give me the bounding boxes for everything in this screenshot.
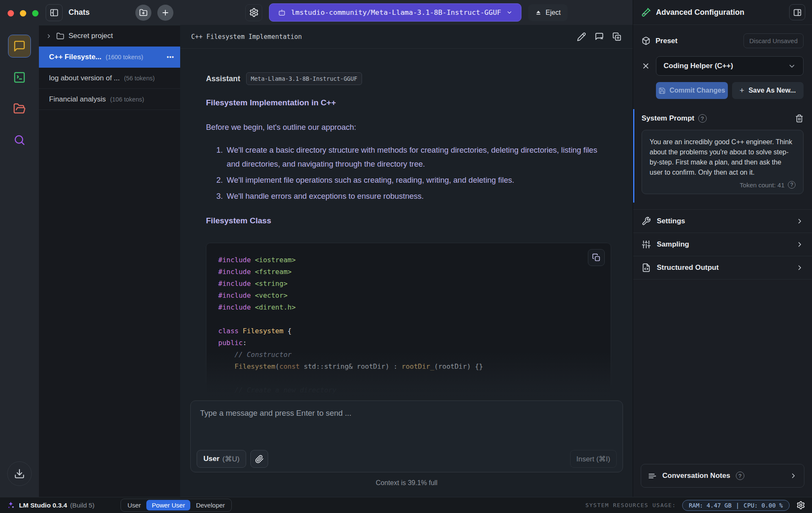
- help-icon[interactable]: ?: [736, 472, 744, 480]
- duplicate-conversation-icon[interactable]: [612, 32, 622, 41]
- save-as-new-button[interactable]: + Save As New...: [732, 82, 804, 99]
- discard-unsaved-button[interactable]: Discard Unsaved: [743, 33, 804, 48]
- eject-icon: [535, 9, 542, 16]
- nav-chat-button[interactable]: [8, 35, 30, 57]
- resource-usage-pill[interactable]: RAM: 4.47 GB | CPU: 0.00 %: [682, 500, 790, 511]
- mode-power-user[interactable]: Power User: [146, 500, 190, 510]
- loaded-model-selector[interactable]: lmstudio-community/Meta-Llama-3.1-8B-Ins…: [269, 3, 521, 22]
- message-list-item: We'll handle errors and exceptions to en…: [225, 189, 611, 203]
- user-mode-switcher: UserPower UserDeveloper: [121, 499, 231, 512]
- section-sampling[interactable]: Sampling: [633, 233, 812, 256]
- preset-label: Preset: [656, 37, 738, 45]
- message-list-item: We'll implement file operations such as …: [225, 173, 611, 187]
- code-line: // Constructor: [218, 349, 599, 361]
- system-prompt-editor[interactable]: You are an incredibly good C++ engineer.…: [642, 130, 804, 194]
- chevron-down-icon: [788, 62, 796, 70]
- new-folder-button[interactable]: [135, 5, 151, 21]
- sliders-icon: [642, 240, 651, 249]
- chat-folder-secret-project[interactable]: Secret project: [39, 25, 180, 47]
- close-window-button[interactable]: [8, 10, 14, 16]
- paperclip-icon: [255, 455, 264, 464]
- chat-list-item[interactable]: Financial analysis(106 tokens): [39, 89, 180, 110]
- chevron-right-icon: [796, 264, 804, 272]
- nav-discover-button[interactable]: [8, 129, 30, 151]
- chat-list-item[interactable]: C++ Filesyste...(1600 tokens)•••: [39, 47, 180, 68]
- conversation-notes-button[interactable]: Conversation Notes ?: [641, 464, 804, 488]
- code-line: public:: [218, 337, 599, 349]
- collapse-panel-button[interactable]: [789, 4, 805, 20]
- save-as-new-label: Save As New...: [749, 87, 796, 94]
- chat-item-menu-button[interactable]: •••: [167, 54, 174, 60]
- gear-icon: [249, 8, 259, 17]
- assistant-message: Filesystem Implementation in C++ Before …: [206, 98, 611, 401]
- message-scroll-area[interactable]: Assistant Meta-Llama-3.1-8B-Instruct-GGU…: [180, 49, 633, 401]
- chat-area: lmstudio-community/Meta-Llama-3.1-8B-Ins…: [180, 0, 633, 497]
- model-settings-button[interactable]: [245, 4, 262, 21]
- message-input[interactable]: [194, 403, 619, 450]
- commit-changes-button[interactable]: Commit Changes: [656, 82, 728, 99]
- nav-developer-button[interactable]: [8, 66, 30, 88]
- zoom-window-button[interactable]: [32, 10, 38, 16]
- role-selector-button[interactable]: User (⌘U): [197, 450, 246, 468]
- assistant-role-label: Assistant: [206, 74, 240, 83]
- panel-right-icon: [793, 8, 802, 17]
- package-icon: [642, 36, 650, 45]
- section-structured-output[interactable]: Structured Output: [633, 256, 812, 280]
- folder-plus-icon: [139, 8, 148, 17]
- clear-conversation-icon[interactable]: [595, 32, 604, 41]
- edit-title-icon[interactable]: [577, 32, 586, 41]
- robot-icon: [278, 8, 286, 16]
- ram-usage: RAM: 4.47 GB: [689, 502, 732, 509]
- mode-developer[interactable]: Developer: [190, 500, 230, 510]
- chat-item-token-count: (56 tokens): [124, 75, 155, 82]
- minimize-window-button[interactable]: [20, 10, 26, 16]
- chevron-right-icon: [796, 241, 804, 248]
- settings-gear-icon[interactable]: [796, 501, 805, 510]
- folder-open-icon: [13, 102, 26, 115]
- section-settings[interactable]: Settings: [633, 210, 812, 233]
- eject-label: Eject: [546, 9, 561, 16]
- folder-name: Secret project: [69, 32, 113, 40]
- code-line: #include <vector>: [218, 290, 599, 302]
- message-intro: Before we begin, let's outline our appro…: [206, 120, 611, 134]
- chat-item-title: Financial analysis: [49, 95, 106, 104]
- mode-user[interactable]: User: [122, 500, 146, 510]
- chat-list-item[interactable]: log about version of ...(56 tokens): [39, 68, 180, 89]
- status-bar: LM Studio 0.3.4 (Build 5) UserPower User…: [0, 497, 812, 513]
- sidebar-toggle-button[interactable]: [46, 4, 63, 21]
- system-resources-label: SYSTEM RESOURCES USAGE:: [585, 502, 676, 508]
- panel-title: Advanced Configuration: [656, 8, 784, 17]
- conversation-header: C++ Filesystem Implementation: [180, 25, 633, 49]
- eject-model-button[interactable]: Eject: [528, 4, 568, 21]
- system-prompt-label: System Prompt: [642, 114, 694, 123]
- token-count: Token count: 41: [740, 181, 785, 189]
- chat-item-title: log about version of ...: [49, 74, 120, 82]
- new-chat-button[interactable]: [157, 5, 173, 21]
- advanced-configuration-panel: Advanced Configuration Preset Discard Un…: [633, 0, 812, 497]
- attach-file-button[interactable]: [250, 450, 268, 468]
- chat-list: Secret project C++ Filesyste...(1600 tok…: [39, 25, 180, 110]
- downloads-button[interactable]: [7, 461, 32, 486]
- app-build: (Build 5): [70, 502, 95, 509]
- help-icon[interactable]: ?: [698, 114, 707, 123]
- preset-section: Preset Discard Unsaved Coding Helper (C+…: [633, 25, 812, 109]
- notes-lines-icon: [648, 472, 657, 480]
- copy-code-button[interactable]: [588, 249, 605, 266]
- save-icon: [658, 87, 666, 94]
- preset-dropdown[interactable]: Coding Helper (C++): [656, 56, 804, 76]
- clear-preset-button[interactable]: [642, 62, 650, 70]
- code-line: class Filesystem {: [218, 325, 599, 337]
- nav-my-models-button[interactable]: [8, 98, 30, 120]
- help-icon[interactable]: ?: [788, 181, 796, 189]
- download-icon: [14, 468, 25, 479]
- left-rail: [0, 0, 39, 497]
- code-line: #include <iostream>: [218, 254, 599, 266]
- role-shortcut: (⌘U): [222, 455, 240, 464]
- copy-icon: [592, 253, 601, 262]
- section-label: Settings: [657, 217, 790, 225]
- insert-message-button[interactable]: Insert (⌘I): [570, 450, 617, 468]
- message-list-item: We'll create a basic directory structure…: [225, 143, 611, 171]
- chevron-right-icon: [46, 33, 52, 39]
- delete-system-prompt-button[interactable]: [795, 114, 804, 123]
- message-input-box: User (⌘U) Insert (⌘I): [190, 401, 623, 472]
